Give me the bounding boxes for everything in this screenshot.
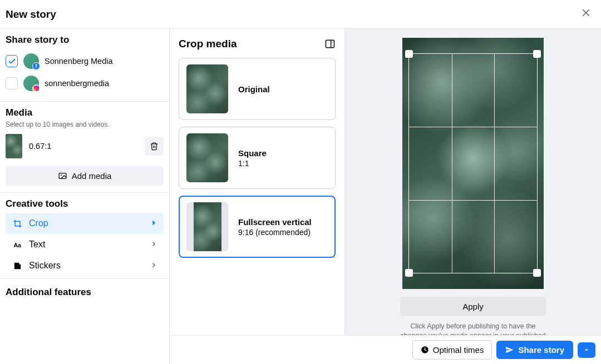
image-plus-icon (58, 171, 67, 181)
tool-crop[interactable]: Crop (6, 213, 164, 234)
instagram-badge-icon (32, 84, 40, 92)
media-hint: Select up to 10 images and videos. (6, 121, 164, 128)
crop-option-title: Original (238, 84, 328, 94)
check-icon (8, 57, 16, 66)
avatar: f (23, 53, 39, 69)
crop-option-sub: 1:1 (238, 159, 328, 168)
crop-heading: Crop media (179, 38, 237, 50)
crop-option-title: Square (238, 148, 328, 158)
caret-down-icon (583, 347, 590, 353)
optimal-times-label: Optimal times (433, 345, 484, 355)
crop-option-square[interactable]: Square 1:1 (179, 127, 336, 189)
add-media-button[interactable]: Add media (6, 166, 164, 186)
checkbox[interactable] (6, 55, 18, 67)
crop-icon (13, 219, 22, 228)
crop-handle-bl[interactable] (405, 269, 413, 277)
svg-point-3 (61, 174, 62, 176)
facebook-badge-icon: f (32, 62, 40, 70)
svg-rect-2 (59, 173, 66, 179)
footer: Optimal times Share story (170, 335, 601, 364)
tools-heading: Creative tools (6, 198, 164, 210)
media-thumbnail[interactable] (6, 134, 22, 158)
crop-option-sub: 9:16 (recommended) (238, 228, 328, 237)
share-heading: Share story to (6, 34, 164, 46)
share-target-label: Sonnenberg Media (45, 57, 113, 66)
svg-text:Aa: Aa (13, 241, 21, 248)
avatar (23, 76, 39, 91)
share-target-facebook[interactable]: f Sonnenberg Media (6, 50, 164, 72)
tool-text[interactable]: Aa Text (6, 234, 164, 255)
crop-handle-tr[interactable] (533, 50, 541, 58)
chevron-right-icon (150, 262, 157, 268)
tool-stickers[interactable]: Stickers (6, 255, 164, 276)
send-icon (505, 346, 514, 354)
checkbox[interactable] (6, 77, 18, 89)
page-title: New story (6, 8, 56, 21)
share-dropdown-button[interactable] (578, 342, 595, 358)
aspect-preset-icon[interactable] (324, 38, 336, 49)
delete-media-button[interactable] (145, 137, 164, 156)
add-media-label: Add media (72, 171, 112, 181)
optimal-times-button[interactable]: Optimal times (412, 340, 492, 360)
crop-option-original[interactable]: Original (179, 58, 336, 120)
additional-heading: Additional features (6, 287, 164, 298)
share-story-label: Share story (518, 345, 564, 355)
tool-label: Stickers (29, 261, 61, 271)
share-story-button[interactable]: Share story (496, 341, 573, 359)
close-icon (581, 8, 591, 18)
tool-label: Text (29, 240, 45, 250)
sticker-icon (13, 261, 22, 271)
sidebar[interactable]: Share story to f Sonnenberg Media sonnen… (0, 29, 170, 364)
crop-handle-tl[interactable] (405, 50, 413, 58)
trash-icon (150, 142, 159, 151)
crop-option-fullscreen-vertical[interactable]: Fullscreen vertical 9:16 (recommended) (179, 196, 336, 258)
crop-panel: Crop media Original Square 1:1 Fullscree… (170, 29, 345, 364)
media-heading: Media (6, 107, 164, 118)
share-target-instagram[interactable]: sonnenbergmedia (6, 72, 164, 94)
share-target-label: sonnenbergmedia (45, 79, 109, 88)
crop-handle-br[interactable] (533, 269, 541, 277)
preview-area: Apply Click Apply before publishing to h… (345, 29, 601, 364)
svg-rect-5 (326, 40, 334, 47)
crop-frame[interactable] (408, 53, 538, 273)
chevron-right-icon (150, 220, 157, 226)
chevron-right-icon (150, 241, 157, 247)
aspect-ratio-label: 0.67:1 (29, 142, 138, 151)
close-button[interactable] (579, 6, 593, 23)
tool-label: Crop (29, 218, 48, 228)
crop-option-title: Fullscreen vertical (238, 217, 328, 227)
apply-button[interactable]: Apply (400, 297, 546, 316)
preview-image[interactable] (402, 38, 544, 289)
clock-icon (421, 346, 429, 354)
text-icon: Aa (13, 240, 22, 250)
